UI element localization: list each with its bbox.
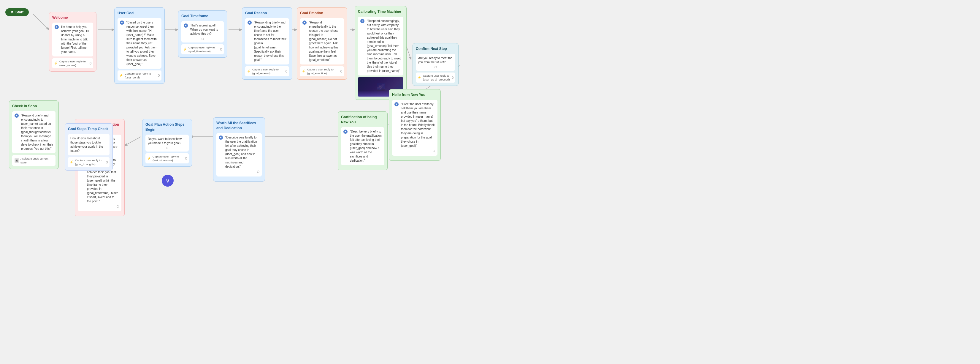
goal-steps-capture: ⚡ Capture user reply to (goal_th oughts) xyxy=(68,157,110,168)
start-flag-icon: ⚑ xyxy=(11,10,14,14)
goal-steps-temp-node: Goal Steps Temp Check How do you feel ab… xyxy=(65,123,113,171)
hello-new-you-node: Hello from New You ✦ "Greet the user exc… xyxy=(389,89,441,161)
capture-dot-5 xyxy=(340,70,342,72)
message-icon-8: ✦ xyxy=(344,129,348,134)
capture-icon-5: ⚡ xyxy=(302,69,305,73)
capture-dot xyxy=(90,62,91,64)
check-in-soon-node: Check In Soon ✦ "Respond briefly and enc… xyxy=(9,101,59,169)
goal-steps-message: How do you feel about those steps you to… xyxy=(68,134,110,155)
goal-timeframe-node: Goal Timeframe ✦ That's a great goal! Wh… xyxy=(178,10,227,57)
gratification-message: ✦ "Describe very briefly to the user the… xyxy=(341,127,384,165)
message-icon: ✦ xyxy=(55,25,59,29)
capture-dot-4 xyxy=(285,70,287,72)
confirm-next-step-node: Confirm Next Step Are you ready to meet … xyxy=(412,43,458,86)
message-icon-4: ✦ xyxy=(248,21,252,25)
message-icon-3: ✦ xyxy=(184,24,188,28)
capture-icon-3: ⚡ xyxy=(183,47,187,51)
confirm-title: Confirm Next Step xyxy=(416,46,455,51)
calibrating-title: Calibrating Time Machine xyxy=(358,9,403,14)
goal-reason-title: Goal Reason xyxy=(245,11,289,16)
emotion-capture: ⚡ Capture user reply to (goal_e motion) xyxy=(300,66,344,77)
welcome-capture: ⚡ Capture user reply to (user_na me) xyxy=(52,58,93,69)
capture-icon-8: ⚡ xyxy=(70,160,73,164)
hello-title: Hello from New You xyxy=(392,93,438,97)
user-goal-node: User Goal ✦ "Based on the users response… xyxy=(114,8,165,84)
ends-badge: ▣ Assistant ends current state xyxy=(12,155,56,166)
calibrating-message: ✦ "Respond encouragingly, but briefly, w… xyxy=(358,17,403,75)
capture-dot-7 xyxy=(185,157,187,160)
worth-sacrifices-node: Worth All the Sacrifices and Dedication … xyxy=(213,117,265,182)
confirm-capture: ⚡ Capture user reply to (user_go al_proc… xyxy=(416,72,455,83)
gratification-node: Gratification of being New You ✦ "Descri… xyxy=(338,112,388,170)
gratification-title: Gratification of being New You xyxy=(341,115,384,125)
capture-dot-2 xyxy=(158,74,160,77)
message-icon-7: ✦ xyxy=(395,102,399,106)
capture-icon-6: ⚡ xyxy=(418,75,421,80)
timeframe-capture: ⚡ Capture user reply to (goal_ti meframe… xyxy=(181,44,224,55)
ends-icon: ▣ xyxy=(14,158,19,163)
hello-message: ✦ "Greet the user excitedly! Tell them y… xyxy=(392,100,438,156)
check-in-message: ✦ "Respond briefly and encouragingly, to… xyxy=(12,111,56,153)
goal-emotion-title: Goal Emotion xyxy=(300,11,344,16)
capture-dot-8 xyxy=(106,161,108,163)
goal-timeframe-title: Goal Timeframe xyxy=(181,14,224,19)
user-goal-title: User Goal xyxy=(118,11,161,16)
capture-icon-7: ⚡ xyxy=(147,156,151,160)
confirm-message: Are you ready to meet the you from the f… xyxy=(416,54,455,71)
capture-icon-2: ⚡ xyxy=(119,73,123,78)
message-icon-11: ✦ xyxy=(14,113,19,118)
calibrating-node: Calibrating Time Machine ✦ "Respond enco… xyxy=(355,6,407,100)
start-label: Start xyxy=(16,10,24,14)
message-icon-5: ✦ xyxy=(302,21,307,25)
user-goal-capture: ⚡ Capture user reply to (user_go al) xyxy=(118,70,161,81)
dot-hello xyxy=(433,150,435,152)
goal-plan-message: Do you want to know how you made it to y… xyxy=(145,135,189,152)
capture-icon: ⚡ xyxy=(54,61,57,65)
dot-plan xyxy=(166,147,168,149)
capture-dot-3 xyxy=(220,48,222,51)
dot-overview xyxy=(117,205,119,208)
goal-plan-title: Goal Plan Action Steps Begin xyxy=(145,122,189,132)
welcome-node: Welcome ✦ I'm here to help you achieve y… xyxy=(49,12,97,72)
welcome-title: Welcome xyxy=(52,15,93,20)
goal-timeframe-message: ✦ That's a great goal! When do you want … xyxy=(181,21,224,43)
goal-reason-message: ✦ "Responding briefly and encouragingly … xyxy=(245,18,289,64)
start-button[interactable]: ⚑ Start xyxy=(5,8,29,16)
goal-steps-title: Goal Steps Temp Check xyxy=(68,126,110,132)
message-icon-2: ✦ xyxy=(120,21,124,25)
dot-worth xyxy=(257,171,259,173)
check-in-title: Check In Soon xyxy=(12,104,56,109)
dot-timeframe xyxy=(202,38,204,40)
worth-title: Worth All the Sacrifices and Dedication xyxy=(216,121,262,131)
capture-icon-4: ⚡ xyxy=(247,69,250,73)
capture-dot-6 xyxy=(452,77,453,79)
goal-emotion-message: ✦ "Respond empathetically to the reason … xyxy=(300,18,344,64)
welcome-message: ✦ I'm here to help you achieve your goal… xyxy=(52,22,93,56)
goal-emotion-node: Goal Emotion ✦ "Respond empathetically t… xyxy=(297,8,347,80)
worth-message: ✦ "Describe very briefly to the user the… xyxy=(216,133,262,177)
plan-capture: ⚡ Capture user reply to (last_utt erance… xyxy=(145,153,189,164)
reason-capture: ⚡ Capture user reply to (goal_re ason) xyxy=(245,66,289,77)
user-goal-message: ✦ "Based on the users response, greet th… xyxy=(118,18,161,69)
dot-confirm xyxy=(434,66,437,68)
message-icon-9: ✦ xyxy=(219,136,223,140)
vf-logo: v xyxy=(162,175,173,187)
message-icon-6: ✦ xyxy=(360,19,364,23)
goal-reason-node: Goal Reason ✦ "Responding briefly and en… xyxy=(242,8,292,80)
goal-plan-action-node: Goal Plan Action Steps Begin Do you want… xyxy=(142,119,192,167)
